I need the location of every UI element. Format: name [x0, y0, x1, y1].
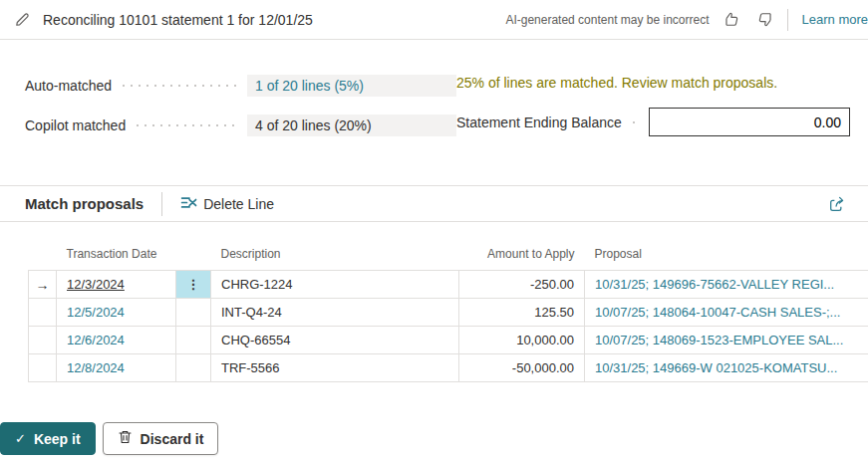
row-menu-cell[interactable]	[176, 327, 211, 354]
dotted-leader	[120, 79, 239, 93]
transaction-date-cell[interactable]: 12/8/2024	[67, 360, 125, 375]
proposal-link[interactable]: 10/31/25; 149669-W 021025-KOMATSU...	[595, 360, 837, 375]
description-cell[interactable]: INT-Q4-24	[211, 299, 459, 327]
dialog-actions: ✓ Keep it Discard it	[0, 422, 218, 455]
thumbs-up-icon[interactable]	[722, 9, 742, 30]
transaction-date-cell[interactable]: 12/5/2024	[67, 305, 125, 320]
row-menu-cell[interactable]	[176, 299, 211, 327]
amount-cell[interactable]: 125.50	[459, 299, 585, 327]
trash-icon	[118, 429, 133, 448]
row-menu-cell[interactable]	[176, 354, 211, 382]
header-divider	[787, 9, 788, 31]
transaction-date-cell[interactable]: 12/3/2024	[67, 277, 125, 292]
amount-cell[interactable]: -250.00	[459, 271, 585, 299]
column-header-proposal[interactable]: Proposal	[585, 247, 868, 271]
description-cell[interactable]: CHQ-66554	[211, 327, 459, 354]
copilot-matched-value[interactable]: 4 of 20 lines (20%)	[247, 115, 456, 136]
keep-it-button[interactable]: ✓ Keep it	[0, 422, 96, 455]
table-header-row: Transaction Date Description Amount to A…	[29, 247, 868, 271]
match-proposals-table: Transaction Date Description Amount to A…	[28, 247, 868, 382]
delete-line-button[interactable]: Delete Line	[180, 194, 274, 214]
match-status-message: 25% of lines are matched. Review match p…	[456, 75, 850, 91]
delete-line-icon	[180, 194, 197, 214]
pencil-icon[interactable]	[12, 9, 33, 30]
toolbar-divider	[161, 192, 162, 216]
row-menu-ellipsis-icon[interactable]: ⋮	[176, 271, 211, 299]
discard-it-button[interactable]: Discard it	[103, 422, 219, 455]
section-title: Match proposals	[25, 195, 144, 212]
row-marker-cell	[29, 354, 57, 382]
column-header-amount[interactable]: Amount to Apply	[459, 247, 585, 271]
auto-matched-value[interactable]: 1 of 20 lines (5%)	[247, 75, 456, 97]
active-row-arrow-icon: →	[29, 271, 57, 299]
header-right-group: AI-generated content may be incorrect Le…	[505, 9, 868, 31]
dotted-leader	[630, 115, 641, 129]
description-cell[interactable]: TRF-5566	[211, 354, 459, 382]
ending-balance-label: Statement Ending Balance	[456, 115, 622, 130]
row-marker-cell	[29, 327, 57, 354]
dialog-title-group: Reconciling 10101 statement 1 for 12/01/…	[12, 9, 313, 30]
match-proposals-toolbar: Match proposals Delete Line	[0, 185, 868, 222]
row-marker-cell	[29, 299, 57, 327]
amount-cell[interactable]: -50,000.00	[459, 354, 585, 382]
page-title: Reconciling 10101 statement 1 for 12/01/…	[43, 12, 313, 28]
match-stats: Auto-matched 1 of 20 lines (5%) Copilot …	[25, 74, 456, 185]
table-row: 12/6/2024 CHQ-66554 10,000.00 10/07/25; …	[29, 327, 868, 354]
column-header-description[interactable]: Description	[211, 247, 459, 271]
proposal-link[interactable]: 10/07/25; 148069-1523-EMPLOYEE SAL...	[595, 333, 843, 347]
description-cell[interactable]: CHRG-1224	[211, 271, 459, 299]
column-header-date[interactable]: Transaction Date	[57, 247, 176, 271]
share-icon[interactable]	[825, 192, 848, 215]
thumbs-down-icon[interactable]	[754, 9, 775, 30]
proposal-link[interactable]: 10/07/25; 148064-10047-CASH SALES-;...	[595, 305, 840, 320]
keep-it-label: Keep it	[34, 431, 81, 447]
dialog-header: Reconciling 10101 statement 1 for 12/01/…	[0, 0, 868, 40]
delete-line-label: Delete Line	[203, 196, 274, 212]
row-menu-header	[176, 247, 211, 271]
auto-matched-field: Auto-matched 1 of 20 lines (5%)	[25, 74, 456, 98]
ai-disclaimer-text: AI-generated content may be incorrect	[505, 13, 709, 27]
table-row: 12/8/2024 TRF-5566 -50,000.00 10/31/25; …	[29, 354, 868, 382]
dotted-leader	[134, 118, 239, 132]
ending-balance-input[interactable]	[649, 108, 850, 136]
table-row: 12/5/2024 INT-Q4-24 125.50 10/07/25; 148…	[29, 299, 868, 327]
check-icon: ✓	[15, 431, 26, 446]
transaction-date-cell[interactable]: 12/6/2024	[67, 333, 125, 347]
copilot-matched-field: Copilot matched 4 of 20 lines (20%)	[25, 114, 456, 137]
discard-it-label: Discard it	[141, 431, 204, 447]
copilot-matched-label: Copilot matched	[25, 117, 126, 133]
auto-matched-label: Auto-matched	[25, 78, 112, 94]
proposal-link[interactable]: 10/31/25; 149696-75662-VALLEY REGI...	[595, 277, 834, 292]
copilot-reconciliation-dialog: Reconciling 10101 statement 1 for 12/01/…	[0, 0, 868, 460]
summary-section: Auto-matched 1 of 20 lines (5%) Copilot …	[0, 40, 868, 185]
table-row: → 12/3/2024 ⋮ CHRG-1224 -250.00 10/31/25…	[29, 271, 868, 299]
ending-balance-field: Statement Ending Balance	[456, 108, 850, 136]
row-marker-header	[29, 247, 57, 271]
learn-more-link[interactable]: Learn more	[802, 12, 868, 27]
summary-right: 25% of lines are matched. Review match p…	[456, 74, 850, 185]
amount-cell[interactable]: 10,000.00	[459, 327, 585, 354]
